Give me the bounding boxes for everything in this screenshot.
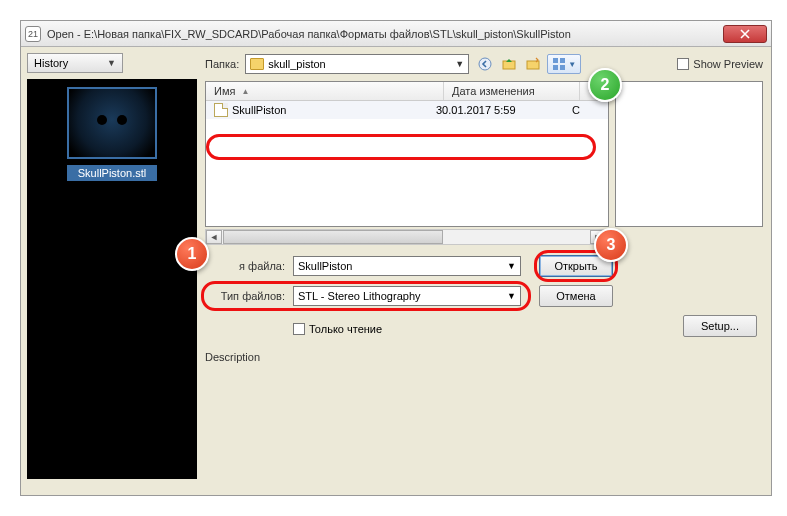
readonly-checkbox[interactable]: Только чтение (293, 323, 382, 335)
preview-pane (615, 81, 763, 227)
svg-rect-1 (503, 61, 515, 69)
close-icon (740, 29, 750, 39)
thumbnail-item[interactable]: SkullPiston.stl (67, 87, 157, 181)
filetype-row: Тип файлов: STL - Stereo Lithography ▼ О… (205, 285, 763, 307)
form-area: 1 я файла: SkullPiston ▼ Открыть 3 Ти (205, 255, 763, 363)
scroll-left-button[interactable]: ◄ (206, 230, 222, 244)
checkbox-icon (293, 323, 305, 335)
left-column: History ▼ SkullPiston.stl (27, 53, 197, 479)
horizontal-scrollbar[interactable]: ◄ ► (205, 229, 607, 245)
sort-asc-icon: ▲ (241, 87, 249, 96)
app-icon: 21 (25, 26, 41, 42)
col-name[interactable]: Имя▲ (206, 82, 444, 100)
file-list[interactable]: Имя▲ Дата изменения SkullPiston 30.01.20… (205, 81, 609, 227)
file-icon (214, 103, 228, 117)
history-dropdown[interactable]: History ▼ (27, 53, 123, 73)
folder-icon (250, 58, 264, 70)
open-button[interactable]: Открыть 3 (539, 255, 613, 277)
cancel-button[interactable]: Отмена (539, 285, 613, 307)
dialog-open: 21 Open - E:\Новая папка\FIX_RW_SDCARD\Р… (20, 20, 772, 496)
svg-rect-2 (527, 61, 539, 69)
new-folder-button[interactable] (523, 54, 543, 74)
file-type: С (572, 104, 600, 116)
filename-input[interactable]: SkullPiston ▼ (293, 256, 521, 276)
chevron-down-icon: ▼ (455, 59, 464, 69)
svg-point-0 (479, 58, 491, 70)
readonly-row: Только чтение Setup... (205, 315, 763, 337)
annotation-ring-2 (206, 134, 596, 160)
filetype-label: Тип файлов: (205, 290, 285, 302)
column-headers: Имя▲ Дата изменения (206, 82, 608, 101)
close-button[interactable] (723, 25, 767, 43)
file-row[interactable]: SkullPiston 30.01.2017 5:59 С (206, 101, 608, 119)
show-preview-label: Show Preview (693, 58, 763, 70)
checkbox-icon (677, 58, 689, 70)
chevron-down-icon: ▼ (507, 291, 516, 301)
chevron-down-icon: ▼ (507, 261, 516, 271)
folder-combo[interactable]: skull_piston ▼ (245, 54, 469, 74)
scroll-track[interactable] (223, 230, 589, 244)
view-mode-button[interactable]: ▼ (547, 54, 581, 74)
filetype-value: STL - Stereo Lithography (298, 290, 421, 302)
folder-label: Папка: (205, 58, 239, 70)
back-button[interactable] (475, 54, 495, 74)
nav-icons: ▼ (475, 54, 581, 74)
filename-value: SkullPiston (298, 260, 352, 272)
titlebar: 21 Open - E:\Новая папка\FIX_RW_SDCARD\Р… (21, 21, 771, 47)
svg-rect-4 (560, 58, 565, 63)
thumbnail-panel: SkullPiston.stl (27, 79, 197, 479)
filetype-combo[interactable]: STL - Stereo Lithography ▼ (293, 286, 521, 306)
filename-row: я файла: SkullPiston ▼ Открыть 3 (205, 255, 763, 277)
chevron-down-icon: ▼ (107, 58, 116, 68)
annotation-callout-3: 3 (594, 228, 628, 262)
annotation-callout-1: 1 (175, 237, 209, 271)
window-title: Open - E:\Новая папка\FIX_RW_SDCARD\Рабо… (47, 28, 723, 40)
file-date: 30.01.2017 5:59 (436, 104, 572, 116)
col-date[interactable]: Дата изменения (444, 82, 580, 100)
list-area: Имя▲ Дата изменения SkullPiston 30.01.20… (205, 81, 763, 227)
show-preview-checkbox[interactable]: Show Preview (677, 58, 763, 70)
annotation-callout-2: 2 (588, 68, 622, 102)
svg-rect-5 (553, 65, 558, 70)
thumbnail-caption: SkullPiston.stl (67, 165, 157, 181)
scroll-handle[interactable] (223, 230, 443, 244)
folder-row: Папка: skull_piston ▼ ▼ Show Preview (205, 53, 763, 75)
svg-rect-3 (553, 58, 558, 63)
folder-value: skull_piston (268, 58, 325, 70)
filename-label: я файла: (205, 260, 285, 272)
history-label: History (34, 57, 68, 69)
right-column: Папка: skull_piston ▼ ▼ Show Preview (205, 53, 763, 489)
readonly-label: Только чтение (309, 323, 382, 335)
svg-rect-6 (560, 65, 565, 70)
setup-button[interactable]: Setup... (683, 315, 757, 337)
dialog-body: History ▼ SkullPiston.stl Папка: skull_p… (21, 47, 771, 495)
description-label: Description (205, 351, 763, 363)
chevron-down-icon: ▼ (568, 60, 576, 69)
up-button[interactable] (499, 54, 519, 74)
thumbnail-image (67, 87, 157, 159)
file-name: SkullPiston (232, 104, 436, 116)
